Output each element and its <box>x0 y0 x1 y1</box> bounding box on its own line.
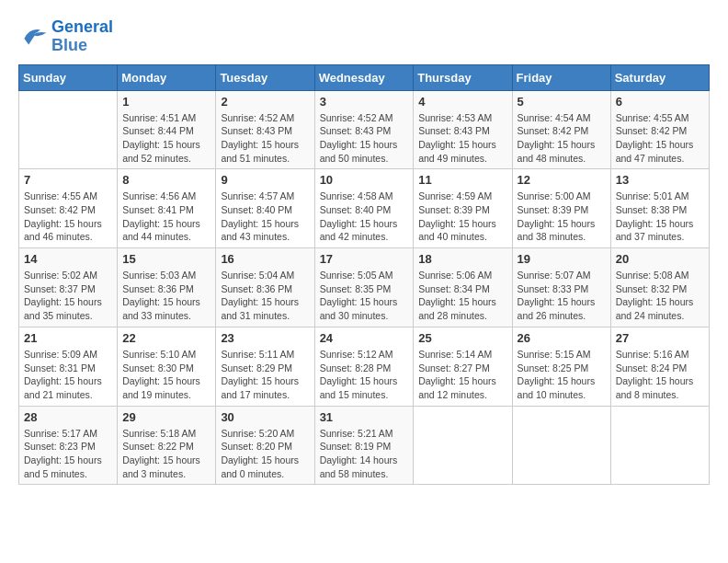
day-info: Sunrise: 4:55 AM Sunset: 8:42 PM Dayligh… <box>24 190 112 244</box>
col-header-tuesday: Tuesday <box>216 64 314 90</box>
week-row-3: 14Sunrise: 5:02 AM Sunset: 8:37 PM Dayli… <box>19 248 710 327</box>
col-header-saturday: Saturday <box>610 64 709 90</box>
day-info: Sunrise: 4:52 AM Sunset: 8:43 PM Dayligh… <box>221 111 309 166</box>
calendar-cell: 28Sunrise: 5:17 AM Sunset: 8:23 PM Dayli… <box>19 406 118 485</box>
day-number: 27 <box>616 331 704 345</box>
day-number: 17 <box>320 252 409 266</box>
day-info: Sunrise: 4:57 AM Sunset: 8:40 PM Dayligh… <box>221 190 309 244</box>
calendar-cell <box>19 90 118 169</box>
calendar-cell: 3Sunrise: 4:52 AM Sunset: 8:43 PM Daylig… <box>314 90 414 169</box>
day-number: 10 <box>320 173 409 187</box>
calendar-cell: 6Sunrise: 4:55 AM Sunset: 8:42 PM Daylig… <box>610 90 709 169</box>
day-info: Sunrise: 5:14 AM Sunset: 8:27 PM Dayligh… <box>418 348 506 402</box>
week-row-4: 21Sunrise: 5:09 AM Sunset: 8:31 PM Dayli… <box>19 327 710 406</box>
calendar-cell: 24Sunrise: 5:12 AM Sunset: 8:28 PM Dayli… <box>314 327 414 406</box>
calendar-cell: 20Sunrise: 5:08 AM Sunset: 8:32 PM Dayli… <box>610 248 709 327</box>
calendar-cell: 1Sunrise: 4:51 AM Sunset: 8:44 PM Daylig… <box>118 90 216 169</box>
day-info: Sunrise: 5:21 AM Sunset: 8:19 PM Dayligh… <box>320 427 409 481</box>
day-info: Sunrise: 5:20 AM Sunset: 8:20 PM Dayligh… <box>221 427 309 481</box>
day-info: Sunrise: 5:10 AM Sunset: 8:30 PM Dayligh… <box>122 348 210 402</box>
day-info: Sunrise: 4:55 AM Sunset: 8:42 PM Dayligh… <box>616 111 704 166</box>
calendar-cell: 25Sunrise: 5:14 AM Sunset: 8:27 PM Dayli… <box>414 327 512 406</box>
day-info: Sunrise: 5:18 AM Sunset: 8:22 PM Dayligh… <box>122 427 210 481</box>
calendar-cell <box>610 406 709 485</box>
calendar-cell: 8Sunrise: 4:56 AM Sunset: 8:41 PM Daylig… <box>118 169 216 248</box>
day-info: Sunrise: 5:06 AM Sunset: 8:34 PM Dayligh… <box>418 269 506 323</box>
day-number: 18 <box>418 252 506 266</box>
calendar-cell: 12Sunrise: 5:00 AM Sunset: 8:39 PM Dayli… <box>512 169 610 248</box>
day-info: Sunrise: 5:16 AM Sunset: 8:24 PM Dayligh… <box>616 348 704 402</box>
day-number: 24 <box>320 331 409 345</box>
day-number: 23 <box>221 331 309 345</box>
calendar-cell: 10Sunrise: 4:58 AM Sunset: 8:40 PM Dayli… <box>314 169 414 248</box>
calendar-cell: 4Sunrise: 4:53 AM Sunset: 8:43 PM Daylig… <box>414 90 512 169</box>
day-number: 14 <box>24 252 112 266</box>
day-number: 29 <box>122 410 210 424</box>
week-row-5: 28Sunrise: 5:17 AM Sunset: 8:23 PM Dayli… <box>19 406 710 485</box>
logo-icon <box>18 24 48 50</box>
calendar-header-row: SundayMondayTuesdayWednesdayThursdayFrid… <box>19 64 710 90</box>
day-number: 19 <box>518 252 606 266</box>
day-number: 4 <box>418 95 506 109</box>
day-number: 26 <box>518 331 606 345</box>
day-info: Sunrise: 5:12 AM Sunset: 8:28 PM Dayligh… <box>320 348 409 402</box>
calendar-cell: 15Sunrise: 5:03 AM Sunset: 8:36 PM Dayli… <box>118 248 216 327</box>
week-row-1: 1Sunrise: 4:51 AM Sunset: 8:44 PM Daylig… <box>19 90 710 169</box>
day-number: 5 <box>518 95 606 109</box>
day-info: Sunrise: 4:53 AM Sunset: 8:43 PM Dayligh… <box>418 111 506 166</box>
calendar-cell: 13Sunrise: 5:01 AM Sunset: 8:38 PM Dayli… <box>610 169 709 248</box>
col-header-monday: Monday <box>118 64 216 90</box>
day-info: Sunrise: 5:01 AM Sunset: 8:38 PM Dayligh… <box>616 190 704 244</box>
calendar-cell: 16Sunrise: 5:04 AM Sunset: 8:36 PM Dayli… <box>216 248 314 327</box>
day-number: 1 <box>122 95 210 109</box>
day-info: Sunrise: 5:00 AM Sunset: 8:39 PM Dayligh… <box>518 190 606 244</box>
day-info: Sunrise: 5:07 AM Sunset: 8:33 PM Dayligh… <box>518 269 606 323</box>
day-info: Sunrise: 5:02 AM Sunset: 8:37 PM Dayligh… <box>24 269 112 323</box>
calendar-cell: 21Sunrise: 5:09 AM Sunset: 8:31 PM Dayli… <box>19 327 118 406</box>
calendar-cell: 23Sunrise: 5:11 AM Sunset: 8:29 PM Dayli… <box>216 327 314 406</box>
calendar-cell: 27Sunrise: 5:16 AM Sunset: 8:24 PM Dayli… <box>610 327 709 406</box>
week-row-2: 7Sunrise: 4:55 AM Sunset: 8:42 PM Daylig… <box>19 169 710 248</box>
calendar-cell <box>414 406 512 485</box>
day-number: 16 <box>221 252 309 266</box>
col-header-sunday: Sunday <box>19 64 118 90</box>
day-number: 9 <box>221 173 309 187</box>
day-info: Sunrise: 4:54 AM Sunset: 8:42 PM Dayligh… <box>518 111 606 166</box>
day-number: 28 <box>24 410 112 424</box>
calendar-cell: 30Sunrise: 5:20 AM Sunset: 8:20 PM Dayli… <box>216 406 314 485</box>
day-info: Sunrise: 5:04 AM Sunset: 8:36 PM Dayligh… <box>221 269 309 323</box>
day-number: 20 <box>616 252 704 266</box>
col-header-thursday: Thursday <box>414 64 512 90</box>
day-number: 25 <box>418 331 506 345</box>
calendar-cell: 26Sunrise: 5:15 AM Sunset: 8:25 PM Dayli… <box>512 327 610 406</box>
day-number: 12 <box>518 173 606 187</box>
logo-text: General Blue <box>51 18 113 55</box>
calendar-cell: 9Sunrise: 4:57 AM Sunset: 8:40 PM Daylig… <box>216 169 314 248</box>
calendar-cell: 31Sunrise: 5:21 AM Sunset: 8:19 PM Dayli… <box>314 406 414 485</box>
calendar-table: SundayMondayTuesdayWednesdayThursdayFrid… <box>18 64 710 486</box>
day-info: Sunrise: 5:03 AM Sunset: 8:36 PM Dayligh… <box>122 269 210 323</box>
day-number: 21 <box>24 331 112 345</box>
day-info: Sunrise: 5:15 AM Sunset: 8:25 PM Dayligh… <box>518 348 606 402</box>
day-info: Sunrise: 5:08 AM Sunset: 8:32 PM Dayligh… <box>616 269 704 323</box>
calendar-cell <box>512 406 610 485</box>
day-number: 15 <box>122 252 210 266</box>
day-number: 22 <box>122 331 210 345</box>
day-info: Sunrise: 5:05 AM Sunset: 8:35 PM Dayligh… <box>320 269 409 323</box>
logo: General Blue <box>18 18 113 55</box>
day-number: 11 <box>418 173 506 187</box>
day-number: 3 <box>320 95 409 109</box>
day-number: 30 <box>221 410 309 424</box>
day-info: Sunrise: 4:51 AM Sunset: 8:44 PM Dayligh… <box>122 111 210 166</box>
day-info: Sunrise: 4:52 AM Sunset: 8:43 PM Dayligh… <box>320 111 409 166</box>
calendar-cell: 19Sunrise: 5:07 AM Sunset: 8:33 PM Dayli… <box>512 248 610 327</box>
col-header-wednesday: Wednesday <box>314 64 414 90</box>
calendar-cell: 22Sunrise: 5:10 AM Sunset: 8:30 PM Dayli… <box>118 327 216 406</box>
calendar-cell: 5Sunrise: 4:54 AM Sunset: 8:42 PM Daylig… <box>512 90 610 169</box>
calendar-cell: 7Sunrise: 4:55 AM Sunset: 8:42 PM Daylig… <box>19 169 118 248</box>
day-info: Sunrise: 4:59 AM Sunset: 8:39 PM Dayligh… <box>418 190 506 244</box>
day-number: 31 <box>320 410 409 424</box>
calendar-cell: 2Sunrise: 4:52 AM Sunset: 8:43 PM Daylig… <box>216 90 314 169</box>
day-info: Sunrise: 4:56 AM Sunset: 8:41 PM Dayligh… <box>122 190 210 244</box>
day-info: Sunrise: 5:11 AM Sunset: 8:29 PM Dayligh… <box>221 348 309 402</box>
